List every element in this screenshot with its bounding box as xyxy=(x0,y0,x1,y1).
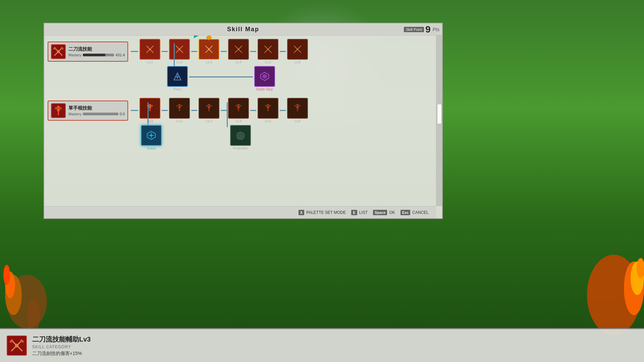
svg-rect-44 xyxy=(176,105,182,106)
cat-box-1: 二刀流技能 Mastery 431.4 xyxy=(48,42,128,62)
skill-node-lv1-cat1[interactable]: Lv.1 xyxy=(140,39,160,64)
skill-node-lv4-cat1[interactable]: Lv.4 xyxy=(228,39,249,64)
scrollbar-thumb[interactable] xyxy=(437,104,442,124)
creature-left xyxy=(0,235,54,328)
skill-node-lv5-cat1[interactable]: Lv.5 xyxy=(258,39,278,64)
bottom-skill-name: 二刀流技能輔助Lv3 xyxy=(32,335,637,344)
bottom-description: 二刀流劍技的傷害+15% xyxy=(32,351,637,357)
skill-node-lv6-cat2[interactable]: Lv.6 xyxy=(287,98,308,123)
node-inner-lv1-cat1 xyxy=(143,43,157,56)
node-inner-battlestep xyxy=(258,70,271,83)
skill-content: 二刀流技能 Mastery 431.4 xyxy=(44,36,436,206)
cat-mastery-label-2: Mastery xyxy=(68,112,82,116)
svg-rect-56 xyxy=(294,105,301,106)
skill-label-lv4-cat2: Lv.4 xyxy=(235,119,241,123)
svg-rect-51 xyxy=(238,108,239,111)
node-inner-lv5-cat2 xyxy=(261,102,275,115)
skill-icon-grace[interactable] xyxy=(141,125,162,146)
skill-label-lv3-cat2: Lv.3 xyxy=(206,119,212,123)
skill-icon-parry[interactable] xyxy=(167,66,188,87)
skill-label-lv3-cat1: Lv.3 xyxy=(206,60,212,64)
skill-node-lv1-cat2[interactable]: Lv.1 xyxy=(140,98,160,123)
skill-icon-lv4-cat1[interactable] xyxy=(228,39,249,60)
skill-label-lv5-cat2: Lv.5 xyxy=(265,119,271,123)
hline-2-3-cat1 xyxy=(191,51,197,52)
svg-point-64 xyxy=(15,344,19,348)
h-connector-2 xyxy=(131,110,138,111)
h-connector-1 xyxy=(131,51,138,52)
cat-mastery-row-1: Mastery 431.4 xyxy=(68,53,125,57)
skill-node-protection[interactable]: Protection xyxy=(230,125,251,150)
node-inner-grace xyxy=(145,129,158,142)
creature-right xyxy=(584,228,644,335)
svg-point-19 xyxy=(178,48,180,50)
label-ok: OK xyxy=(389,210,395,215)
skill-label-grace: Grace xyxy=(147,146,156,150)
svg-rect-47 xyxy=(206,105,212,106)
svg-rect-50 xyxy=(235,105,241,106)
svg-rect-45 xyxy=(179,108,180,111)
skill-icon-lv5-cat1[interactable] xyxy=(258,39,278,60)
skill-icon-protection[interactable] xyxy=(230,125,251,146)
hline-4-5-cat1 xyxy=(250,51,256,52)
svg-point-28 xyxy=(267,48,269,50)
skill-node-parry[interactable]: Parry xyxy=(167,66,188,91)
skill-label-battlestep: Battle Step xyxy=(257,87,273,91)
panel-scrollbar[interactable] xyxy=(436,36,442,206)
arrow-cursor xyxy=(194,36,200,38)
node-inner-lv2-cat2 xyxy=(173,102,186,115)
skills-row-1: Lv.1 xyxy=(138,39,309,64)
skill-node-lv2-cat2[interactable]: Lv.2 xyxy=(169,98,190,123)
cat-name-1: 二刀流技能 xyxy=(68,46,125,52)
skill-node-lv6-cat1[interactable]: Lv.6 xyxy=(287,39,308,64)
skill-icon-lv2-cat2[interactable] xyxy=(169,98,190,119)
key-e: E xyxy=(351,210,357,215)
skill-icon-lv3-cat1[interactable] xyxy=(199,39,219,60)
skill-label-parry: Parry xyxy=(173,87,181,91)
cat-info-2: 單手棍技能 Mastery 0.0 xyxy=(68,105,125,116)
key-space: Space xyxy=(373,210,387,215)
hline-1-2-cat1 xyxy=(162,51,168,52)
skill-icon-lv3-cat2[interactable] xyxy=(199,98,219,119)
skill-icon-lv1-cat2[interactable] xyxy=(140,98,160,119)
skill-icon-lv2-cat1[interactable] xyxy=(169,39,190,60)
skill-label-lv6-cat2: Lv.6 xyxy=(294,119,301,123)
sub-skill-row-1: Parry Battle Step xyxy=(48,66,433,91)
bottom-skill-icon xyxy=(7,336,27,356)
skill-icon-lv1-cat1[interactable] xyxy=(140,39,160,60)
cat-name-2: 單手棍技能 xyxy=(68,105,125,111)
cat-icon-2 xyxy=(51,103,66,118)
skill-node-lv4-cat2[interactable]: Lv.4 xyxy=(228,98,249,123)
node-inner-lv5-cat1 xyxy=(261,43,275,56)
node-inner-lv4-cat2 xyxy=(232,102,245,115)
skill-point-value: 9 xyxy=(425,25,431,34)
skill-node-grace[interactable]: Grace xyxy=(141,125,162,150)
skill-label-lv2-cat1: Lv.2 xyxy=(176,60,182,64)
skill-icon-battlestep[interactable] xyxy=(254,66,275,87)
node-inner-lv3-cat1 xyxy=(202,43,216,56)
svg-point-25 xyxy=(237,48,239,50)
node-inner-lv6-cat2 xyxy=(291,102,304,115)
skill-node-battlestep[interactable]: Battle Step xyxy=(254,66,275,91)
node-inner-lv1-cat2 xyxy=(143,102,157,115)
panel-title: Skill Map xyxy=(227,26,259,33)
svg-point-16 xyxy=(149,48,151,50)
cat-mastery-bar-2 xyxy=(83,113,118,115)
skill-icon-lv6-cat1[interactable] xyxy=(287,39,308,60)
skill-point-box: Skill Point 9 Pts xyxy=(404,25,439,34)
svg-point-22 xyxy=(208,48,210,50)
label-palette: PALETTE SET MODE xyxy=(306,210,346,215)
skill-node-lv2-cat1[interactable]: Lv.2 xyxy=(169,39,190,64)
skill-icon-lv5-cat2[interactable] xyxy=(258,98,278,119)
skill-node-lv3-cat2[interactable]: Lv.3 xyxy=(199,98,219,123)
cat-mastery-bar-1 xyxy=(83,54,114,56)
skill-node-lv5-cat2[interactable]: Lv.5 xyxy=(258,98,278,123)
hline-4-5-cat2 xyxy=(250,110,256,111)
skill-node-lv3-cat1[interactable]: Lv.3 xyxy=(199,39,219,64)
label-cancel[interactable]: CANCEL xyxy=(412,210,429,215)
svg-marker-36 xyxy=(262,74,267,79)
svg-point-3 xyxy=(3,265,10,285)
skill-icon-lv4-cat2[interactable] xyxy=(228,98,249,119)
skill-label-lv5-cat1: Lv.5 xyxy=(265,60,271,64)
skill-icon-lv6-cat2[interactable] xyxy=(287,98,308,119)
